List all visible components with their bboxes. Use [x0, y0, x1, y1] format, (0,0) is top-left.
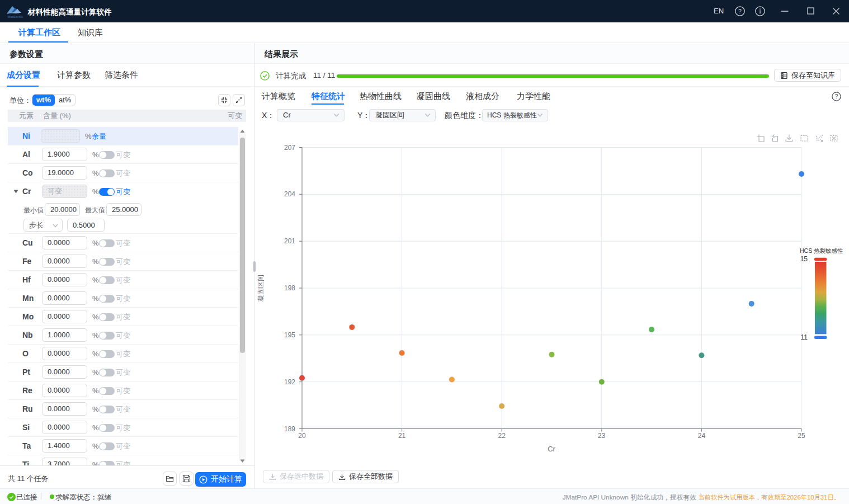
svg-text:15: 15 — [800, 255, 808, 263]
svg-text:207: 207 — [284, 144, 295, 152]
svg-text:201: 201 — [284, 237, 295, 245]
svg-text:HCS 热裂敏感性: HCS 热裂敏感性 — [800, 247, 843, 254]
svg-text:?: ? — [835, 93, 838, 100]
svg-text:?: ? — [738, 8, 742, 15]
svg-text:198: 198 — [284, 284, 295, 292]
svg-text:20: 20 — [298, 432, 306, 440]
svg-text:25: 25 — [798, 432, 805, 440]
svg-text:21: 21 — [398, 432, 406, 440]
svg-text:凝固区间: 凝固区间 — [257, 275, 265, 302]
svg-text:22: 22 — [498, 432, 506, 440]
svg-text:23: 23 — [598, 432, 606, 440]
svg-text:189: 189 — [284, 425, 295, 433]
svg-text:192: 192 — [284, 378, 295, 386]
svg-text:MatSimKit: MatSimKit — [8, 15, 23, 18]
svg-text:204: 204 — [284, 190, 295, 198]
svg-text:195: 195 — [284, 331, 295, 339]
svg-text:11: 11 — [801, 333, 808, 341]
svg-text:Cr: Cr — [548, 445, 555, 453]
svg-text:24: 24 — [698, 432, 706, 440]
